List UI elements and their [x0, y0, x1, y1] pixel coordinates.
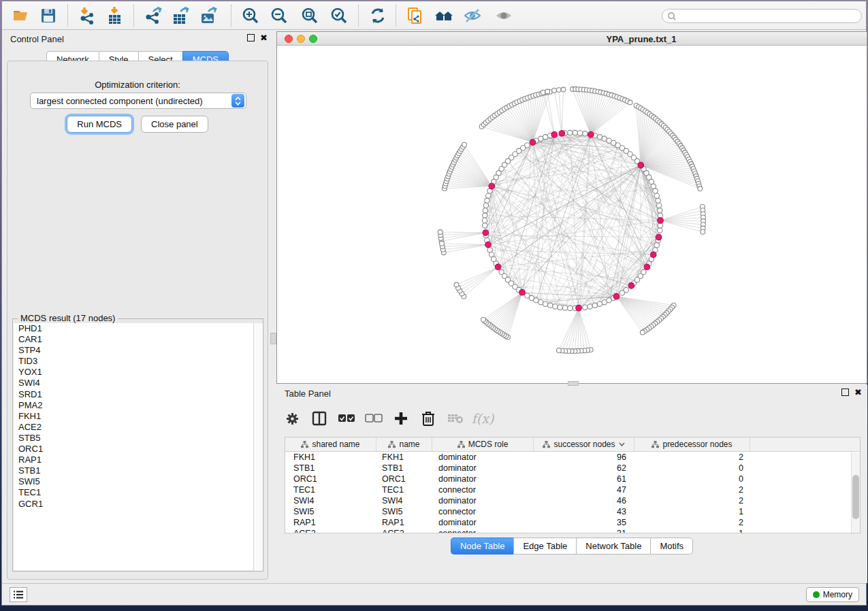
- mcds-hub-node[interactable]: [644, 264, 650, 270]
- export-network-icon[interactable]: [141, 3, 165, 28]
- table-scrollbar[interactable]: [851, 452, 860, 533]
- network-node[interactable]: [482, 218, 487, 222]
- run-mcds-button[interactable]: Run MCDS: [67, 116, 132, 133]
- network-node[interactable]: [592, 303, 597, 308]
- mcds-result-item[interactable]: CAR1: [14, 334, 262, 345]
- network-node[interactable]: [483, 223, 487, 228]
- mcds-hub-node[interactable]: [628, 283, 634, 289]
- add-column-icon[interactable]: [392, 410, 410, 427]
- zoom-fit-icon[interactable]: [298, 3, 322, 28]
- mcds-hub-node[interactable]: [551, 132, 558, 138]
- first-neighbors-icon[interactable]: [432, 3, 456, 28]
- mcds-hub-node[interactable]: [485, 242, 492, 248]
- network-node[interactable]: [562, 306, 567, 310]
- table-row[interactable]: STB1STB1dominator620: [285, 463, 860, 474]
- hide-selected-icon[interactable]: [460, 3, 485, 28]
- memory-button[interactable]: Memory: [806, 587, 859, 602]
- network-node[interactable]: [658, 208, 662, 213]
- network-node[interactable]: [545, 89, 550, 94]
- import-network-icon[interactable]: [75, 3, 99, 28]
- mcds-hub-node[interactable]: [559, 131, 565, 137]
- mcds-result-item[interactable]: SRD1: [14, 389, 262, 400]
- table-row[interactable]: TEC1TEC1connector472: [285, 484, 860, 495]
- network-node[interactable]: [698, 186, 703, 191]
- column-header-shared-name[interactable]: shared name: [285, 437, 376, 451]
- column-header-predecessor-nodes[interactable]: predecessor nodes: [634, 437, 750, 451]
- window-minimize-button[interactable]: [297, 35, 305, 43]
- table-row[interactable]: SWI5SWI5connector431: [285, 506, 860, 517]
- zoom-out-icon[interactable]: [267, 3, 291, 28]
- refresh-icon[interactable]: [366, 3, 390, 28]
- table-scrollbar-thumb[interactable]: [852, 475, 859, 519]
- window-close-button[interactable]: [285, 35, 293, 43]
- network-node[interactable]: [573, 130, 577, 135]
- float-panel-icon[interactable]: [841, 389, 849, 396]
- table-row[interactable]: FKH1FKH1dominator962: [285, 452, 860, 463]
- network-node[interactable]: [654, 243, 659, 248]
- mcds-result-item[interactable]: TEC1: [14, 487, 262, 498]
- network-node[interactable]: [656, 203, 661, 208]
- mcds-hub-node[interactable]: [519, 289, 526, 295]
- mcds-result-item[interactable]: PMA2: [14, 400, 262, 411]
- mcds-hub-node[interactable]: [588, 132, 594, 138]
- tab-node-table[interactable]: Node Table: [451, 538, 514, 555]
- float-panel-icon[interactable]: [247, 34, 255, 42]
- mcds-result-item[interactable]: ACE2: [14, 422, 262, 433]
- tab-network-table[interactable]: Network Table: [576, 538, 650, 555]
- network-node[interactable]: [658, 228, 662, 233]
- window-zoom-button[interactable]: [309, 35, 317, 43]
- zoom-selected-icon[interactable]: [327, 3, 351, 28]
- network-node[interactable]: [481, 317, 486, 322]
- network-node[interactable]: [548, 303, 553, 308]
- mcds-result-item[interactable]: STB1: [14, 465, 262, 476]
- mcds-hub-node[interactable]: [489, 183, 495, 189]
- network-node[interactable]: [557, 348, 562, 353]
- network-node[interactable]: [552, 88, 557, 93]
- optimization-criterion-select[interactable]: largest connected component (undirected): [30, 93, 246, 109]
- mcds-result-item[interactable]: ORC1: [14, 444, 262, 455]
- network-node[interactable]: [483, 203, 488, 208]
- column-header-successor-nodes[interactable]: successor nodes: [534, 437, 634, 451]
- network-node[interactable]: [462, 142, 467, 147]
- network-node[interactable]: [556, 88, 561, 93]
- mcds-result-item[interactable]: YOX1: [14, 367, 262, 378]
- mcds-hub-node[interactable]: [638, 163, 644, 169]
- save-session-icon[interactable]: [36, 3, 61, 28]
- network-node[interactable]: [485, 198, 489, 203]
- horizontal-splitter-grip[interactable]: [568, 381, 579, 386]
- network-node[interactable]: [553, 304, 558, 309]
- table-row[interactable]: RAP1RAP1dominator352: [285, 517, 860, 528]
- network-node[interactable]: [568, 306, 573, 310]
- table-row[interactable]: SWI4SWI4dominator462: [285, 495, 860, 506]
- mcds-result-item[interactable]: STB5: [14, 433, 262, 444]
- network-node[interactable]: [656, 198, 660, 203]
- delete-column-icon[interactable]: [419, 410, 437, 427]
- network-node[interactable]: [539, 300, 543, 305]
- close-panel-icon[interactable]: ✖: [854, 389, 862, 396]
- deselect-all-icon[interactable]: [365, 410, 383, 427]
- network-node[interactable]: [577, 131, 582, 135]
- column-header-name[interactable]: name: [376, 437, 432, 451]
- network-node[interactable]: [597, 301, 602, 306]
- column-header-MCDS-role[interactable]: MCDS role: [432, 437, 534, 451]
- table-row[interactable]: ORC1ORC1dominator610: [285, 474, 860, 484]
- mcds-hub-node[interactable]: [576, 305, 582, 311]
- mcds-result-list[interactable]: PHD1CAR1STP4TID3YOX1SWI4SRD1PMA2FKH1ACE2…: [14, 323, 262, 570]
- network-node[interactable]: [454, 282, 459, 287]
- network-node[interactable]: [588, 304, 592, 309]
- network-node[interactable]: [483, 208, 487, 213]
- export-table-icon[interactable]: [168, 3, 193, 28]
- network-node[interactable]: [597, 135, 602, 139]
- mcds-hub-node[interactable]: [613, 293, 620, 299]
- tab-edge-table[interactable]: Edge Table: [513, 538, 576, 555]
- task-history-button[interactable]: [10, 587, 27, 602]
- zoom-in-icon[interactable]: [238, 3, 263, 28]
- network-node[interactable]: [440, 242, 445, 246]
- mcds-hub-node[interactable]: [483, 230, 489, 236]
- select-all-icon[interactable]: [338, 410, 355, 427]
- search-box[interactable]: [662, 9, 862, 23]
- network-node[interactable]: [583, 131, 588, 136]
- network-node[interactable]: [628, 100, 632, 105]
- close-panel-button[interactable]: Close panel: [141, 116, 208, 133]
- table-row[interactable]: ACE2ACE2connector311: [285, 528, 860, 533]
